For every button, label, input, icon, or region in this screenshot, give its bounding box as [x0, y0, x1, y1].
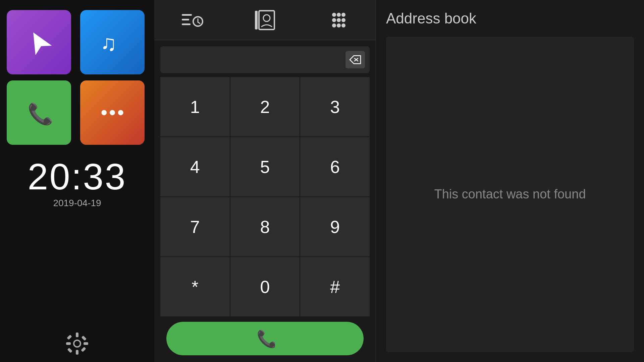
clock-date: 2019-04-19 — [28, 198, 126, 208]
dial-btn-1[interactable]: 1 — [160, 77, 230, 136]
svg-point-5 — [118, 110, 123, 115]
svg-point-4 — [110, 110, 115, 115]
svg-rect-12 — [81, 347, 86, 352]
dial-btn-5[interactable]: 5 — [230, 137, 300, 196]
svg-point-32 — [341, 23, 345, 27]
dial-btn-3[interactable]: 3 — [300, 77, 370, 136]
left-panel: ♫ 📞 20:33 2019-04-19 — [0, 0, 154, 362]
top-nav — [154, 0, 376, 40]
phone-icon: 📞 — [24, 98, 54, 128]
svg-text:📞: 📞 — [257, 329, 275, 349]
address-book-title: Address book — [386, 10, 634, 27]
more-app-tile[interactable] — [80, 80, 145, 145]
dialpad-area: 1 2 3 4 5 6 7 8 9 * 0 # 📞 — [154, 40, 376, 362]
svg-rect-16 — [182, 19, 189, 20]
more-icon — [97, 98, 127, 128]
dial-btn-hash[interactable]: # — [300, 257, 370, 316]
right-panel: Address book This contact was not found — [376, 0, 644, 362]
app-grid: ♫ 📞 — [7, 10, 148, 145]
call-button-row: 📞 — [160, 316, 370, 362]
backspace-button[interactable] — [345, 51, 365, 68]
settings-icon-container[interactable] — [65, 332, 89, 355]
dial-btn-4[interactable]: 4 — [160, 137, 230, 196]
settings-icon — [65, 332, 89, 355]
address-book-content: This contact was not found — [386, 37, 634, 352]
svg-line-20 — [198, 22, 200, 23]
clock-time: 20:33 — [28, 158, 126, 195]
svg-rect-15 — [182, 14, 192, 16]
svg-point-3 — [101, 110, 107, 115]
contacts-icon — [253, 8, 277, 32]
dial-btn-2[interactable]: 2 — [230, 77, 300, 136]
dial-btn-9[interactable]: 9 — [300, 197, 370, 256]
svg-marker-33 — [350, 56, 361, 64]
navigation-app-tile[interactable] — [7, 10, 71, 74]
navigation-icon — [24, 27, 54, 57]
svg-point-30 — [332, 23, 336, 27]
phone-app-tile[interactable]: 📞 — [7, 80, 71, 145]
svg-point-26 — [341, 13, 345, 17]
dial-btn-star[interactable]: * — [160, 257, 230, 316]
svg-point-28 — [337, 18, 341, 22]
svg-rect-13 — [67, 348, 73, 353]
center-panel: 1 2 3 4 5 6 7 8 9 * 0 # 📞 — [154, 0, 376, 362]
music-icon: ♫ — [97, 27, 127, 57]
backspace-icon — [349, 55, 361, 64]
tab-dialpad[interactable] — [302, 0, 375, 40]
recent-icon — [179, 8, 203, 32]
svg-point-6 — [74, 340, 80, 347]
svg-text:📞: 📞 — [28, 102, 54, 126]
svg-text:♫: ♫ — [100, 31, 117, 55]
call-icon: 📞 — [255, 328, 275, 349]
clock-section: 20:33 2019-04-19 — [28, 158, 126, 325]
svg-point-25 — [337, 13, 341, 17]
svg-marker-0 — [25, 28, 52, 55]
svg-rect-14 — [82, 336, 87, 341]
svg-rect-8 — [76, 350, 78, 355]
svg-point-27 — [332, 18, 336, 22]
svg-rect-17 — [182, 23, 191, 25]
dial-btn-6[interactable]: 6 — [300, 137, 370, 196]
svg-point-31 — [337, 23, 341, 27]
svg-rect-11 — [67, 335, 72, 340]
tab-contacts[interactable] — [228, 0, 302, 40]
dialpad-icon — [327, 8, 351, 32]
call-button[interactable]: 📞 — [166, 322, 364, 355]
dial-btn-0[interactable]: 0 — [230, 257, 300, 316]
svg-rect-10 — [84, 342, 88, 345]
contact-not-found-message: This contact was not found — [434, 185, 586, 203]
svg-rect-9 — [66, 342, 71, 345]
svg-rect-7 — [76, 333, 78, 337]
dialpad-grid: 1 2 3 4 5 6 7 8 9 * 0 # — [160, 77, 370, 316]
music-app-tile[interactable]: ♫ — [80, 10, 145, 74]
dial-btn-8[interactable]: 8 — [230, 197, 300, 256]
tab-recent[interactable] — [155, 0, 228, 40]
svg-point-24 — [332, 13, 336, 17]
svg-point-23 — [263, 15, 270, 21]
dial-btn-7[interactable]: 7 — [160, 197, 230, 256]
svg-rect-21 — [255, 11, 258, 29]
svg-point-29 — [341, 18, 345, 22]
input-row — [160, 46, 370, 73]
